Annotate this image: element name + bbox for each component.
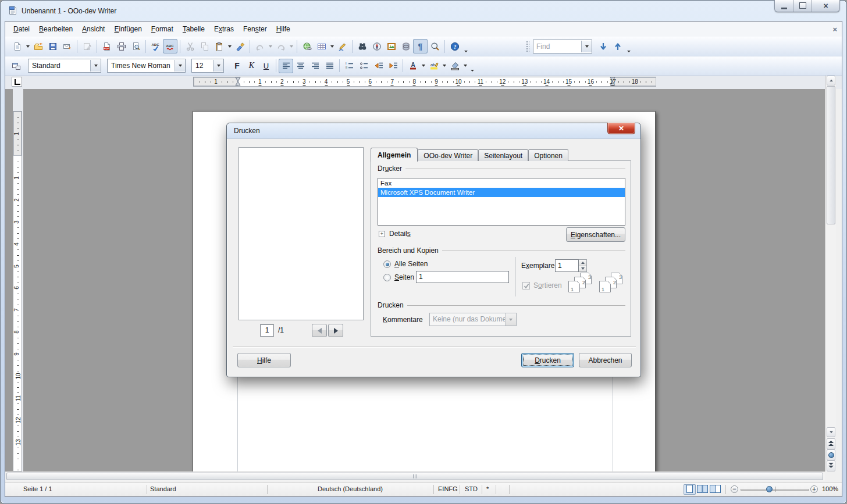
status-modified-flag[interactable]: * xyxy=(486,485,489,492)
underline-button[interactable]: U xyxy=(259,59,273,73)
status-page-number[interactable]: Seite 1 / 1 xyxy=(23,485,52,492)
menu-item-hilfe[interactable]: Hilfe xyxy=(272,23,295,35)
status-page-style[interactable]: Standard xyxy=(150,485,176,492)
document-close-icon[interactable]: × xyxy=(832,25,837,34)
spellcheck-button[interactable]: ABC xyxy=(148,39,163,53)
horizontal-scrollbar-thumb[interactable] xyxy=(6,473,823,480)
zoom-button[interactable] xyxy=(428,39,442,53)
horizontal-ruler[interactable]: 1123456789101112131415161718 xyxy=(193,77,656,87)
navigator-button[interactable] xyxy=(369,39,384,53)
menu-item-tabelle[interactable]: Tabelle xyxy=(178,23,209,35)
find-dropdown[interactable] xyxy=(581,41,592,52)
size-dropdown[interactable] xyxy=(213,60,223,72)
paste-dropdown[interactable] xyxy=(226,39,233,53)
find-replace-button[interactable] xyxy=(355,39,369,53)
data-sources-button[interactable] xyxy=(398,39,413,53)
tab-ooo-dev-writer[interactable]: OOo-dev Writer xyxy=(418,149,478,161)
menu-item-fenster[interactable]: Fenster xyxy=(239,23,272,35)
bullet-list-button[interactable] xyxy=(357,59,371,73)
print-button[interactable] xyxy=(114,39,129,53)
details-expander[interactable]: + xyxy=(379,231,385,237)
highlighting-button[interactable]: ab xyxy=(426,59,441,73)
copies-value[interactable]: 1 xyxy=(555,259,579,272)
previous-object-button[interactable] xyxy=(827,438,835,449)
export-pdf-button[interactable]: PDF xyxy=(99,39,114,53)
italic-button[interactable]: K xyxy=(244,59,259,73)
background-color-dropdown[interactable] xyxy=(462,59,468,73)
table-dropdown[interactable] xyxy=(329,39,335,53)
status-zoom-level[interactable]: 100% xyxy=(822,485,838,492)
align-center-button[interactable] xyxy=(293,59,308,73)
copies-spinner[interactable]: 1 xyxy=(555,259,587,272)
new-document-button[interactable] xyxy=(10,39,24,53)
print-confirm-button[interactable]: Drucken xyxy=(521,353,574,367)
justify-button[interactable] xyxy=(322,59,337,73)
align-right-button[interactable] xyxy=(308,59,322,73)
background-color-button[interactable] xyxy=(447,59,462,73)
font-dropdown[interactable] xyxy=(175,60,185,72)
align-left-button[interactable] xyxy=(279,59,293,73)
navigation-button[interactable] xyxy=(827,449,835,460)
vertical-scrollbar[interactable] xyxy=(825,76,836,471)
close-button[interactable]: × xyxy=(812,0,839,12)
menu-item-ansicht[interactable]: Ansicht xyxy=(77,23,109,35)
previous-page-button[interactable] xyxy=(312,324,327,337)
all-pages-label[interactable]: Alle Seiten xyxy=(394,260,428,268)
tab-seitenlayout[interactable]: Seitenlayout xyxy=(478,149,528,161)
increase-indent-button[interactable] xyxy=(386,59,400,73)
zoom-slider-thumb[interactable] xyxy=(766,486,773,492)
toolbar-drag-handle[interactable] xyxy=(526,41,529,52)
insert-table-button[interactable] xyxy=(314,39,329,53)
paragraph-style-combo[interactable]: Standard xyxy=(28,59,101,73)
find-previous-button[interactable] xyxy=(610,39,625,53)
printer-list[interactable]: FaxMicrosoft XPS Document Writer xyxy=(378,178,625,226)
status-insert-mode[interactable]: EINFG xyxy=(438,485,458,492)
properties-button[interactable]: Eigenschaften... xyxy=(566,227,625,242)
font-color-button[interactable]: A xyxy=(405,59,420,73)
decrease-indent-button[interactable] xyxy=(371,59,386,73)
pages-radio[interactable] xyxy=(383,274,391,281)
minimize-button[interactable] xyxy=(775,0,793,12)
numbered-list-button[interactable]: III xyxy=(342,59,357,73)
scroll-down-button[interactable] xyxy=(827,427,835,437)
menu-item-format[interactable]: Format xyxy=(147,23,178,35)
horizontal-scrollbar[interactable] xyxy=(5,471,825,481)
single-page-view-button[interactable] xyxy=(684,484,696,495)
next-page-button[interactable] xyxy=(328,324,343,337)
new-document-dropdown[interactable] xyxy=(24,39,31,53)
pages-input[interactable]: 1 xyxy=(416,271,509,283)
hyperlink-button[interactable] xyxy=(300,39,314,53)
vertical-scrollbar-thumb[interactable] xyxy=(827,86,835,224)
left-indent-marker[interactable] xyxy=(235,77,241,88)
details-label[interactable]: Details xyxy=(389,230,411,238)
find-toolbar-overflow-button[interactable] xyxy=(625,39,633,54)
page-preview-button[interactable] xyxy=(129,39,143,53)
printer-list-item[interactable]: Microsoft XPS Document Writer xyxy=(378,188,625,197)
font-size-combo[interactable]: 12 xyxy=(191,59,224,73)
font-color-dropdown[interactable] xyxy=(420,59,426,73)
preview-page-input[interactable]: 1 xyxy=(260,324,274,337)
open-button[interactable] xyxy=(31,39,45,53)
pages-label[interactable]: Seiten xyxy=(394,273,414,281)
tab-allgemein[interactable]: Allgemein xyxy=(371,148,418,162)
send-email-button[interactable] xyxy=(60,39,74,53)
spinner-buttons[interactable] xyxy=(579,259,587,272)
multi-page-view-button[interactable] xyxy=(696,484,709,495)
find-next-button[interactable] xyxy=(596,39,610,53)
dialog-close-button[interactable]: ✕ xyxy=(607,123,635,134)
scroll-up-button[interactable] xyxy=(827,76,835,85)
formatting-marks-button[interactable]: ¶ xyxy=(413,39,428,53)
zoom-slider[interactable]: − + xyxy=(731,485,818,494)
vertical-ruler[interactable]: 112345678910111213 xyxy=(13,89,23,471)
help-dialog-button[interactable]: Hilfe xyxy=(237,353,291,367)
tab-type-selector[interactable] xyxy=(12,77,22,87)
find-input[interactable]: Find xyxy=(533,40,592,53)
zoom-in-icon[interactable]: + xyxy=(810,485,818,493)
print-dialog-titlebar[interactable]: Drucken xyxy=(227,123,640,139)
formatting-overflow-button[interactable] xyxy=(468,58,476,73)
tab-optionen[interactable]: Optionen xyxy=(528,149,568,161)
next-object-button[interactable] xyxy=(827,460,835,471)
status-language[interactable]: Deutsch (Deutschland) xyxy=(267,485,433,492)
book-view-button[interactable] xyxy=(709,484,721,495)
font-name-combo[interactable]: Times New Roman xyxy=(107,59,186,73)
